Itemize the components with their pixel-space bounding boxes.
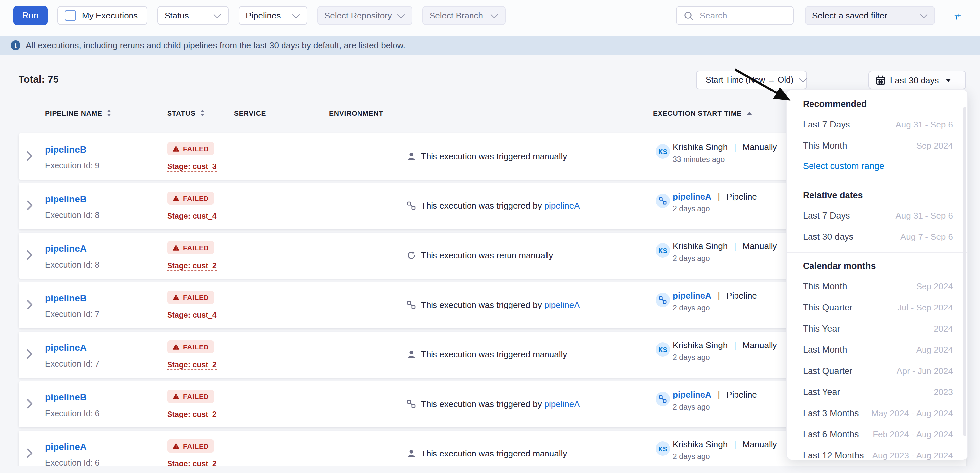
- column-header-service: SERVICE: [234, 109, 266, 117]
- failed-stage-link[interactable]: Stage: cust_2: [167, 410, 217, 419]
- expand-chevron-icon[interactable]: [26, 250, 33, 260]
- pipeline-name-link[interactable]: pipelineA: [45, 243, 87, 254]
- filter-settings-button[interactable]: [950, 9, 966, 24]
- column-header-pipeline-name[interactable]: PIPELINE NAME: [45, 109, 111, 117]
- date-menu-item[interactable]: Last 3 Months May 2024 - Aug 2024: [803, 402, 958, 424]
- starter-name[interactable]: Krishika Singh: [673, 340, 727, 350]
- search-box[interactable]: [676, 6, 794, 25]
- starter-avatar-initials: KS: [655, 342, 670, 357]
- date-menu-item-range: 2023: [934, 387, 953, 397]
- trigger-link[interactable]: pipelineA: [544, 201, 580, 211]
- status-filter-dropdown[interactable]: Status: [157, 6, 229, 25]
- chevron-down-icon: [398, 11, 405, 18]
- date-menu-item[interactable]: Last Year 2023: [803, 381, 958, 402]
- status-label: FAILED: [183, 144, 209, 152]
- starter-name[interactable]: Krishika Singh: [673, 241, 727, 251]
- date-menu-item[interactable]: Last 7 Days Aug 31 - Sep 6: [803, 114, 958, 135]
- my-executions-toggle[interactable]: My Executions: [57, 6, 147, 25]
- expand-chevron-icon[interactable]: [26, 200, 33, 211]
- sort-updown-icon: [200, 110, 204, 116]
- date-menu-item[interactable]: Last 30 days Aug 7 - Sep 6: [803, 226, 958, 247]
- date-menu-item-range: Aug 31 - Sep 6: [896, 210, 953, 220]
- search-input[interactable]: [698, 10, 786, 21]
- date-menu-section-header: Recommended: [803, 95, 958, 114]
- chevron-down-icon: [799, 75, 807, 83]
- starter-name[interactable]: Krishika Singh: [673, 439, 727, 449]
- date-menu-item-range: 2024: [934, 323, 953, 333]
- saved-filter-dropdown[interactable]: Select a saved filter: [805, 6, 935, 25]
- menu-scrollbar[interactable]: [964, 107, 966, 436]
- pipeline-name-link[interactable]: pipelineB: [45, 293, 87, 303]
- expand-chevron-icon[interactable]: [26, 448, 33, 459]
- starter-name[interactable]: pipelineA: [673, 192, 711, 202]
- pipelines-filter-dropdown[interactable]: Pipelines: [239, 6, 307, 25]
- select-repository-dropdown[interactable]: Select Repository: [317, 6, 412, 25]
- date-menu-item-range: Apr - Jun 2024: [896, 366, 953, 376]
- expand-chevron-icon[interactable]: [26, 398, 33, 409]
- date-menu-item[interactable]: This Quarter Jul - Sep 2024: [803, 297, 958, 318]
- status-label: FAILED: [183, 442, 209, 450]
- date-menu-item[interactable]: Last Quarter Apr - Jun 2024: [803, 360, 958, 381]
- date-menu-item[interactable]: This Month Sep 2024: [803, 276, 958, 297]
- pipeline-name-link[interactable]: pipelineB: [45, 392, 87, 402]
- status-label: FAILED: [183, 392, 209, 400]
- trigger-link[interactable]: pipelineA: [544, 399, 580, 409]
- execution-time-ago: 2 days ago: [673, 205, 710, 213]
- date-menu-item-label: This Month: [803, 281, 847, 291]
- date-range-menu: Recommended Last 7 Days Aug 31 - Sep 6 T…: [786, 89, 968, 460]
- starter-name[interactable]: Krishika Singh: [673, 142, 727, 152]
- failed-stage-link[interactable]: Stage: cust_3: [167, 162, 217, 172]
- starter-separator: |: [718, 390, 720, 400]
- starter-name[interactable]: pipelineA: [673, 390, 711, 400]
- select-branch-dropdown[interactable]: Select Branch: [422, 6, 506, 25]
- date-menu-item-label: Last 30 days: [803, 232, 853, 241]
- date-menu-item[interactable]: Last 7 Days Aug 31 - Sep 6: [803, 205, 958, 226]
- failed-stage-link[interactable]: Stage: cust_4: [167, 311, 217, 321]
- date-menu-item[interactable]: This Year 2024: [803, 318, 958, 339]
- pipelines-filter-label: Pipelines: [246, 11, 287, 21]
- select-custom-range-link[interactable]: Select custom range: [803, 156, 958, 176]
- column-header-execution-start-time[interactable]: EXECUTION START TIME: [653, 109, 752, 117]
- status-badge: FAILED: [167, 290, 214, 304]
- status-label: FAILED: [183, 194, 209, 202]
- failed-stage-link[interactable]: Stage: cust_2: [167, 361, 217, 370]
- pipeline-trigger-icon: [407, 301, 416, 309]
- date-menu-item[interactable]: Last 12 Months Aug 2023 - Aug 2024: [803, 444, 958, 460]
- trigger-info: This execution was triggered by pipeline…: [407, 201, 580, 211]
- failed-stage-link[interactable]: Stage: cust_2: [167, 262, 217, 271]
- starter-line: pipelineA | Pipeline: [673, 192, 757, 202]
- expand-chevron-icon[interactable]: [26, 349, 33, 359]
- info-banner-text: All executions, including reruns and chi…: [26, 40, 406, 50]
- failed-stage-link[interactable]: Stage: cust_4: [167, 212, 217, 221]
- date-menu-item[interactable]: This Month Sep 2024: [803, 135, 958, 156]
- top-toolbar: Run My Executions Status Pipelines Selec…: [0, 0, 980, 36]
- starter-avatar-initials: KS: [655, 441, 670, 456]
- starter-name[interactable]: pipelineA: [673, 290, 711, 301]
- date-menu-item-range: Aug 2023 - Aug 2024: [872, 450, 953, 460]
- trigger-info: This execution was triggered manually: [407, 449, 567, 459]
- trigger-link[interactable]: pipelineA: [544, 300, 580, 310]
- date-menu-item-label: This Quarter: [803, 302, 853, 312]
- execution-id: Execution Id: 8: [45, 260, 99, 270]
- pipeline-trigger-icon: [407, 400, 416, 408]
- date-menu-item-label: Last 7 Days: [803, 119, 850, 129]
- sort-label: Start Time (New → Old): [706, 75, 793, 84]
- warning-triangle-icon: [172, 343, 180, 350]
- date-range-label: Last 30 days: [890, 75, 939, 85]
- run-button[interactable]: Run: [13, 6, 48, 25]
- expand-chevron-icon[interactable]: [26, 299, 33, 310]
- pipeline-name-link[interactable]: pipelineB: [45, 144, 87, 155]
- status-badge: FAILED: [167, 192, 214, 205]
- date-range-button[interactable]: Last 30 days: [868, 71, 966, 89]
- pipeline-name-link[interactable]: pipelineA: [45, 441, 87, 452]
- execution-time-ago: 2 days ago: [673, 403, 710, 411]
- pipeline-name-link[interactable]: pipelineA: [45, 342, 87, 353]
- sort-dropdown[interactable]: Start Time (New → Old): [696, 71, 807, 89]
- pipeline-name-link[interactable]: pipelineB: [45, 194, 87, 204]
- my-executions-checkbox[interactable]: [65, 10, 76, 21]
- expand-chevron-icon[interactable]: [26, 151, 33, 161]
- date-menu-item[interactable]: Last 6 Months Feb 2024 - Aug 2024: [803, 424, 958, 444]
- starter-line: pipelineA | Pipeline: [673, 390, 757, 400]
- date-menu-item[interactable]: Last Month Aug 2024: [803, 339, 958, 360]
- column-header-status[interactable]: STATUS: [167, 109, 204, 117]
